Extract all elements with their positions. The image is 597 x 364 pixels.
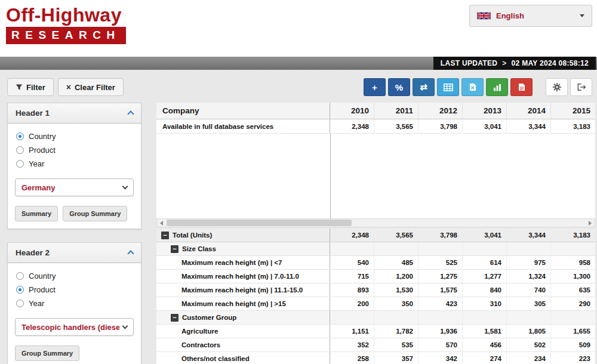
filter-funnel-icon [16, 84, 23, 91]
cell-value: 502 [507, 338, 551, 351]
cell-value: 1,151 [330, 325, 374, 338]
cell-value: 1,782 [374, 325, 418, 338]
filter-button[interactable]: Filter [7, 78, 54, 96]
last-updated: LAST UPDATED > 02 MAY 2024 08:58:12 [433, 57, 596, 70]
dropdown-value: Telescopic handlers (diesel) [21, 323, 119, 332]
table-row-customer-group[interactable]: Customer Group [156, 311, 595, 325]
row-label: Total (Units) [173, 232, 212, 239]
table-row-total[interactable]: Total (Units) 2,348 3,565 3,798 3,041 3,… [156, 229, 595, 242]
cell-value: 3,798 [418, 119, 463, 133]
pivot-table: Total (Units) 2,348 3,565 3,798 3,041 3,… [156, 229, 595, 364]
language-selector[interactable]: English [469, 5, 592, 27]
cell-value: 258 [330, 352, 374, 364]
language-label: English [496, 11, 580, 20]
column-header-2010[interactable]: 2010 [330, 103, 374, 119]
scroll-left-arrow[interactable] [157, 219, 166, 227]
table-row[interactable]: Contractors 352 535 570 456 502 509 [156, 338, 595, 352]
column-header-2015[interactable]: 2015 [551, 103, 595, 119]
cell-value: 614 [463, 256, 507, 269]
country-dropdown[interactable]: Germany [15, 178, 134, 196]
panel-header1-titlebar[interactable]: Header 1 [8, 103, 141, 124]
export-pdf-button[interactable] [510, 78, 533, 96]
swap-columns-button[interactable]: ⇄ [413, 78, 435, 96]
cell-value: 958 [551, 256, 595, 269]
row-label: Available in full database services [162, 123, 273, 130]
cell-value: 1,300 [551, 270, 595, 283]
cell-value: 357 [374, 352, 418, 364]
cell-value: 570 [418, 338, 463, 351]
group-summary-button[interactable]: Group Summary [63, 206, 127, 221]
brand-logo: Off-Highway RESEARCH [6, 4, 126, 44]
cell-value: 310 [463, 297, 507, 310]
table-row[interactable]: Maximum reach height (m) | 11.1-15.0 893… [156, 283, 595, 297]
column-header-2014[interactable]: 2014 [507, 103, 551, 119]
radio-option-product[interactable]: Product [8, 143, 141, 157]
summary-button[interactable]: Summary [15, 206, 58, 221]
row-label: Maximum reach height (m) | 11.1-15.0 [181, 286, 303, 294]
radio-icon [16, 132, 24, 140]
cell-value: 2,348 [330, 229, 374, 242]
panel-buttons: Group Summary [8, 344, 141, 361]
cell-value: 3,565 [374, 119, 418, 133]
percent-button[interactable]: % [388, 78, 410, 96]
table-row-size-class[interactable]: Size Class [156, 242, 595, 256]
collapse-icon[interactable] [171, 245, 179, 253]
table-view-button[interactable] [437, 78, 459, 96]
status-bar: LAST UPDATED > 02 MAY 2024 08:58:12 [0, 57, 597, 70]
scrollbar-thumb[interactable] [167, 220, 352, 226]
row-label: Customer Group [182, 314, 236, 321]
radio-option-country[interactable]: Country [8, 269, 141, 283]
cell-value: 234 [507, 352, 551, 364]
clear-x-icon: × [66, 82, 71, 92]
row-label: Others/not classified [181, 355, 250, 362]
panel-header2-titlebar[interactable]: Header 2 [8, 243, 141, 263]
column-header-2013[interactable]: 2013 [463, 103, 507, 119]
export-toolbar: + % ⇄ [361, 78, 592, 96]
table-row[interactable]: Maximum reach height (m) | 7.0-11.0 715 … [156, 270, 595, 283]
cell-value: 3,344 [507, 229, 551, 242]
chevron-up-icon[interactable] [127, 110, 134, 117]
cell-value: 274 [463, 352, 507, 364]
panel-title: Header 2 [16, 248, 50, 257]
chevron-up-icon[interactable] [127, 250, 134, 257]
dropdown-value: Germany [21, 183, 55, 192]
column-header-2011[interactable]: 2011 [374, 103, 418, 119]
radio-option-year[interactable]: Year [8, 297, 141, 310]
cell-value: 525 [418, 256, 463, 269]
cell-value: 290 [551, 297, 595, 310]
product-dropdown[interactable]: Telescopic handlers (diesel) [15, 318, 134, 336]
radio-icon [16, 300, 24, 307]
horizontal-scrollbar[interactable] [156, 218, 595, 227]
export-excel-button[interactable] [461, 78, 484, 96]
clear-filter-button[interactable]: × Clear Filter [58, 78, 124, 96]
radio-option-year[interactable]: Year [8, 157, 141, 171]
column-header-2012[interactable]: 2012 [418, 103, 463, 119]
table-row[interactable]: Agriculture 1,151 1,782 1,936 1,581 1,80… [156, 325, 595, 338]
radio-option-product[interactable]: Product [8, 283, 141, 297]
collapse-icon[interactable] [171, 314, 179, 322]
table-row[interactable]: Maximum reach height (m) | <7 540 485 52… [156, 256, 595, 270]
row-label: Maximum reach height (m) | >15 [181, 300, 286, 307]
scroll-right-arrow[interactable] [586, 219, 595, 227]
cell-value: 352 [330, 338, 374, 351]
settings-button[interactable] [546, 78, 568, 96]
chart-view-button[interactable] [486, 78, 508, 96]
cell-value: 200 [330, 297, 374, 310]
logout-button[interactable] [570, 78, 592, 96]
cell-value: 305 [507, 297, 551, 310]
cell-value: 1,530 [374, 283, 418, 297]
cell-value: 1,575 [418, 283, 463, 297]
excel-file-icon [469, 83, 476, 91]
cell-value: 342 [418, 352, 463, 364]
column-header-company[interactable]: Company [156, 103, 330, 119]
group-summary-button[interactable]: Group Summary [15, 346, 79, 361]
collapse-icon[interactable] [161, 232, 169, 239]
cell-value: 840 [463, 283, 507, 297]
table-row[interactable]: Others/not classified 258 357 342 274 23… [156, 352, 595, 364]
bar-chart-icon [493, 84, 501, 91]
table-row[interactable]: Maximum reach height (m) | >15 200 350 4… [156, 297, 595, 311]
radio-option-country[interactable]: Country [8, 129, 141, 143]
add-button[interactable]: + [364, 78, 386, 96]
main-content: Header 1 Country Product Year Germany [7, 103, 595, 364]
table-row-available[interactable]: Available in full database services 2,34… [156, 119, 595, 134]
